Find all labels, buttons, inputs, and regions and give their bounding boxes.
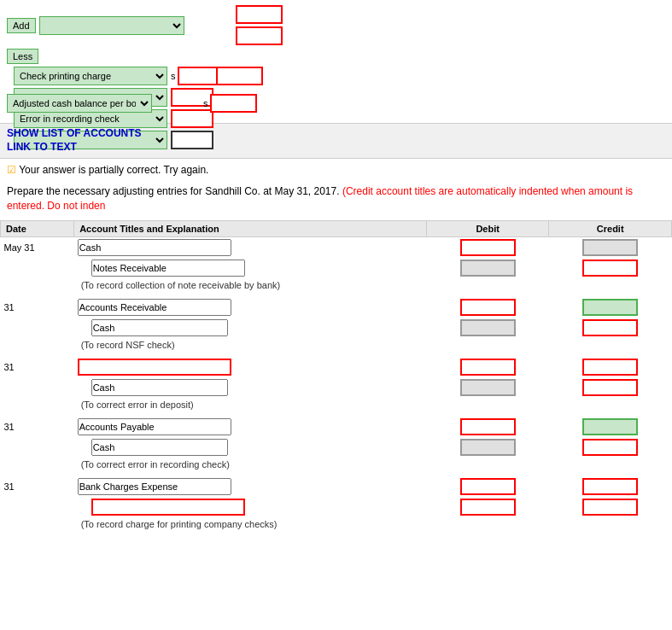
credit-5b[interactable] xyxy=(582,499,638,516)
credit-1b[interactable] xyxy=(582,260,638,277)
account-cell-3a xyxy=(74,357,427,377)
explanation-row: (To record NSF check) xyxy=(1,338,672,352)
debit-1b[interactable] xyxy=(460,260,516,277)
debit-5a[interactable] xyxy=(460,478,516,495)
account-cell-1a xyxy=(74,236,427,258)
table-row: 31 xyxy=(1,297,672,318)
credit-4a[interactable] xyxy=(582,418,638,435)
journal-table: Date Account Titles and Explanation Debi… xyxy=(0,220,672,531)
credit-3a[interactable] xyxy=(582,359,638,376)
account-input-3a[interactable] xyxy=(78,359,231,376)
add-amount-1[interactable] xyxy=(236,5,283,24)
table-row xyxy=(1,318,672,338)
date-cell-1: May 31 xyxy=(1,236,74,258)
credit-1a[interactable] xyxy=(582,239,638,256)
account-cell-4b xyxy=(74,437,427,458)
explanation-row: (To record collection of note receivable… xyxy=(1,278,672,292)
date-cell-3: 31 xyxy=(1,357,74,377)
account-cell-3b xyxy=(74,377,427,398)
less-item-1-amount[interactable] xyxy=(178,67,220,85)
debit-2a[interactable] xyxy=(460,299,516,316)
table-row: 31 xyxy=(1,417,672,437)
table-row xyxy=(1,497,672,517)
col-account: Account Titles and Explanation xyxy=(74,220,427,236)
account-input-5b[interactable] xyxy=(91,499,245,516)
account-cell-4a xyxy=(74,417,427,437)
account-input-1a[interactable] xyxy=(78,239,231,256)
account-cell-5b xyxy=(74,497,427,517)
account-input-2a[interactable] xyxy=(78,299,231,316)
col-credit: Credit xyxy=(549,220,672,236)
account-input-5a[interactable] xyxy=(78,478,231,495)
less-item-4-amount[interactable] xyxy=(171,131,213,149)
table-row: May 31 xyxy=(1,236,672,258)
credit-2b[interactable] xyxy=(582,319,638,336)
debit-1a[interactable] xyxy=(460,239,516,256)
table-row: 31 xyxy=(1,476,672,497)
table-row xyxy=(1,377,672,398)
debit-3b[interactable] xyxy=(460,379,516,396)
debit-5b[interactable] xyxy=(460,499,516,516)
explanation-row: (To correct error in deposit) xyxy=(1,398,672,411)
account-input-4b[interactable] xyxy=(91,439,228,456)
col-debit: Debit xyxy=(426,220,549,236)
explanation-row: (To correct error in recording check) xyxy=(1,458,672,471)
adjusted-amount[interactable] xyxy=(210,94,257,113)
feedback-section: ☑ Your answer is partially correct. Try … xyxy=(0,159,672,181)
credit-4b[interactable] xyxy=(582,439,638,456)
account-cell-5a xyxy=(74,476,427,497)
credit-5a[interactable] xyxy=(582,478,638,495)
debit-3a[interactable] xyxy=(460,359,516,376)
credit-3b[interactable] xyxy=(582,379,638,396)
credit-2a[interactable] xyxy=(582,299,638,316)
account-cell-2b xyxy=(74,318,427,338)
account-cell-2a xyxy=(74,297,427,318)
account-cell-1b xyxy=(74,258,427,278)
account-input-3b[interactable] xyxy=(91,379,228,396)
table-row: 31 xyxy=(1,357,672,377)
account-input-1b[interactable] xyxy=(91,260,245,277)
question-main: Prepare the necessary adjusting entries … xyxy=(7,185,340,197)
add-button[interactable]: Add xyxy=(7,18,36,33)
account-input-2b[interactable] xyxy=(91,319,228,336)
debit-4a[interactable] xyxy=(460,418,516,435)
debit-4b[interactable] xyxy=(460,439,516,456)
sub-total-1[interactable] xyxy=(216,67,263,85)
less-item-1-select[interactable]: Check printing charge xyxy=(14,67,167,85)
less-button[interactable]: Less xyxy=(7,49,38,64)
show-list-link[interactable]: SHOW LIST OF ACCOUNTS xyxy=(7,127,665,139)
add-select[interactable] xyxy=(39,16,184,35)
date-cell-4: 31 xyxy=(1,417,74,437)
question-text: Prepare the necessary adjusting entries … xyxy=(0,181,672,217)
feedback-text: Your answer is partially correct. Try ag… xyxy=(19,164,208,176)
table-row xyxy=(1,437,672,458)
explanation-row: (To record charge for printing company c… xyxy=(1,517,672,531)
adjusted-select[interactable]: Adjusted cash balance per books xyxy=(7,94,152,113)
date-cell-2: 31 xyxy=(1,297,74,318)
col-date: Date xyxy=(1,220,74,236)
account-input-4a[interactable] xyxy=(78,418,231,435)
table-row xyxy=(1,258,672,278)
debit-2b[interactable] xyxy=(460,319,516,336)
feedback-icon: ☑ xyxy=(7,164,16,176)
add-amount-2[interactable] xyxy=(236,26,283,45)
less-item-3-amount[interactable] xyxy=(171,109,213,128)
date-cell-5: 31 xyxy=(1,476,74,497)
